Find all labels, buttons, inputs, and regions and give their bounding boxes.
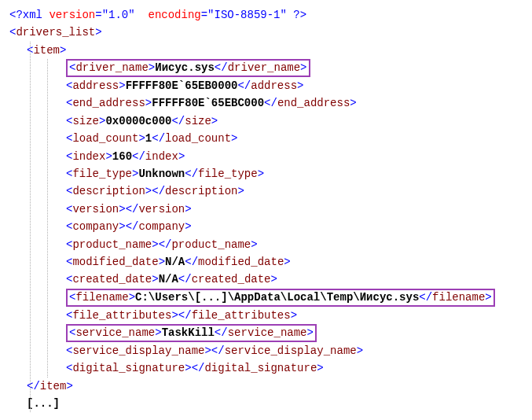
item-close: </item> — [9, 378, 523, 395]
file-type-value: Unknown — [138, 168, 185, 180]
company-row: <company></company> — [9, 218, 523, 235]
load-count-row: <load_count>1</load_count> — [9, 130, 523, 147]
highlight-box: <filename>C:\Users\[...]\AppData\Local\T… — [66, 289, 495, 307]
end-address-value: FFFFF80E`65EBC000 — [152, 97, 264, 109]
drivers-list-open: <drivers_list> — [9, 24, 523, 41]
driver-name-value: Иисус.sys — [155, 61, 215, 74]
end-address-row: <end_address>FFFFF80E`65EBC000</end_addr… — [9, 94, 523, 112]
digital-signature-row: <digital_signature></digital_signature> — [9, 359, 523, 377]
service-name-row: <service_name>TaskKill</service_name> — [9, 324, 523, 342]
service-display-name-row: <service_display_name></service_display_… — [9, 342, 523, 359]
driver-name-row: <driver_name>Иисус.sys</driver_name> — [9, 59, 523, 77]
address-row: <address>FFFFF80E`65EB0000</address> — [9, 77, 523, 94]
version-row: <version></version> — [9, 201, 523, 218]
service-name-value: TaskKill — [162, 326, 215, 339]
index-value: 160 — [112, 150, 132, 163]
created-date-value: N/A — [159, 273, 178, 286]
product-name-row: <product_name></product_name> — [9, 236, 523, 253]
item-open: <item> — [9, 42, 523, 59]
description-row: <description></description> — [9, 182, 523, 200]
highlight-box: <driver_name>Иисус.sys</driver_name> — [66, 59, 310, 77]
modified-date-row: <modified_date>N/A</modified_date> — [9, 253, 523, 271]
highlight-box: <service_name>TaskKill</service_name> — [66, 324, 317, 342]
address-value: FFFFF80E`65EB0000 — [126, 79, 238, 92]
size-row: <size>0x0000c000</size> — [9, 112, 523, 130]
created-date-row: <created_date>N/A</created_date> — [9, 271, 523, 288]
filename-value: C:\Users\[...]\AppData\Local\Temp\Иисус.… — [135, 291, 419, 304]
file-type-row: <file_type>Unknown</file_type> — [9, 165, 523, 182]
size-value: 0x0000c000 — [105, 115, 171, 127]
ellipsis-row: [...] — [9, 395, 523, 412]
file-attributes-row: <file_attributes></file_attributes> — [9, 307, 523, 324]
modified-date-value: N/A — [165, 256, 185, 268]
filename-row: <filename>C:\Users\[...]\AppData\Local\T… — [9, 289, 523, 307]
index-row: <index>160</index> — [9, 148, 523, 165]
load-count-value: 1 — [145, 132, 152, 145]
xml-code-block: <?xml version="1.0" encoding="ISO-8859-1… — [9, 6, 523, 412]
xml-declaration: <?xml version="1.0" encoding="ISO-8859-1… — [9, 6, 523, 24]
